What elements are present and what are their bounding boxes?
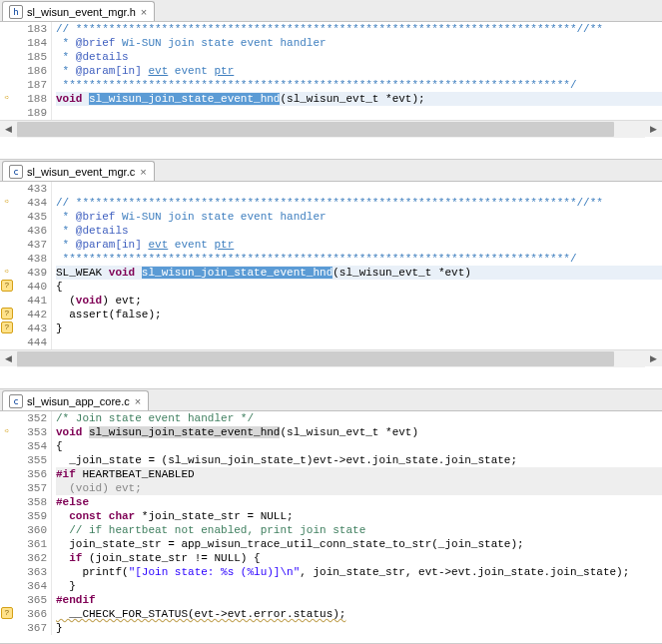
scroll-right-icon[interactable]: ▶ — [645, 350, 662, 367]
code-line[interactable]: /* Join state event handler */ — [56, 411, 662, 425]
code-line[interactable]: * @brief Wi-SUN join state event handler — [56, 36, 662, 50]
nav-arrow-icon: ➪ — [1, 196, 13, 208]
marker-gutter: ➪? — [0, 411, 14, 635]
line-number: 360 — [14, 523, 47, 537]
code-line[interactable]: SL_WEAK void sl_wisun_join_state_event_h… — [56, 266, 662, 280]
c-file-icon: c — [9, 165, 23, 179]
line-number: 435 — [14, 210, 47, 224]
editor-tab[interactable]: h sl_wisun_event_mgr.h × — [2, 1, 155, 21]
line-number: 358 — [14, 495, 47, 509]
scroll-left-icon[interactable]: ◀ — [0, 121, 17, 138]
code-line[interactable]: const char *join_state_str = NULL; — [56, 509, 662, 523]
code-line[interactable]: printf("[Join state: %s (%lu)]\n", join_… — [56, 565, 662, 579]
code-line[interactable]: __CHECK_FOR_STATUS(evt->evt.error.status… — [56, 607, 662, 621]
code-content[interactable]: // *************************************… — [52, 22, 662, 120]
horizontal-scrollbar[interactable]: ◀ ▶ — [0, 120, 662, 137]
code-line[interactable]: } — [56, 322, 662, 335]
code-line[interactable]: { — [56, 280, 662, 294]
line-number: 356 — [14, 467, 47, 481]
line-number: 437 — [14, 238, 47, 252]
scroll-thumb[interactable] — [17, 351, 614, 366]
code-line[interactable]: // *************************************… — [56, 196, 662, 210]
line-number: 366 — [14, 607, 47, 621]
code-line[interactable]: _join_state = (sl_wisun_join_state_t)evt… — [56, 453, 662, 467]
editor-pane-1: h sl_wisun_event_mgr.h × ➪ 1831841851861… — [0, 0, 662, 160]
code-line[interactable]: (void) evt; — [56, 481, 662, 495]
line-number: 443 — [14, 322, 47, 335]
code-line[interactable]: join_state_str = app_wisun_trace_util_co… — [56, 537, 662, 551]
warning-icon: ? — [1, 607, 13, 619]
line-number: 186 — [14, 64, 47, 78]
code-line[interactable]: } — [56, 579, 662, 593]
code-line[interactable]: #if HEARTBEAT_ENABLED — [56, 467, 662, 481]
line-gutter: 433434435436437438439440441442443444 — [14, 182, 52, 349]
line-number: 184 — [14, 36, 47, 50]
code-line[interactable]: void sl_wisun_join_state_event_hnd(sl_wi… — [56, 92, 662, 106]
nav-arrow-icon: ➪ — [1, 92, 13, 104]
code-line[interactable]: { — [56, 439, 662, 453]
line-number: 442 — [14, 308, 47, 322]
code-line[interactable]: } — [56, 621, 662, 635]
line-number: 438 — [14, 252, 47, 266]
c-file-icon: c — [9, 394, 23, 408]
line-number: 433 — [14, 182, 47, 196]
scroll-track[interactable] — [17, 121, 645, 138]
line-number: 353 — [14, 425, 47, 439]
close-icon[interactable]: × — [134, 395, 142, 407]
close-icon[interactable]: × — [140, 6, 148, 18]
code-area[interactable]: ➪ 183184185186187188189 // *************… — [0, 22, 662, 120]
line-number: 440 — [14, 280, 47, 294]
code-line[interactable]: void sl_wisun_join_state_event_hnd(sl_wi… — [56, 425, 662, 439]
tab-label: sl_wisun_app_core.c — [27, 395, 130, 407]
code-content[interactable]: /* Join state event handler */void sl_wi… — [52, 411, 662, 635]
scroll-thumb[interactable] — [17, 122, 614, 137]
editor-tab[interactable]: c sl_wisun_app_core.c × — [2, 390, 149, 410]
editor-tab[interactable]: c sl_wisun_event_mgr.c × — [2, 161, 155, 181]
line-number: 439 — [14, 266, 47, 280]
line-number: 367 — [14, 621, 47, 635]
line-number: 444 — [14, 335, 47, 349]
code-line[interactable]: assert(false); — [56, 308, 662, 322]
code-line[interactable]: #endif — [56, 593, 662, 607]
line-number: 354 — [14, 439, 47, 453]
line-number: 365 — [14, 593, 47, 607]
code-line[interactable]: ****************************************… — [56, 252, 662, 266]
marker-gutter: ➪➪??? — [0, 182, 14, 349]
code-line[interactable]: * @details — [56, 224, 662, 238]
horizontal-scrollbar[interactable]: ◀ ▶ — [0, 349, 662, 366]
line-number: 183 — [14, 22, 47, 36]
code-line[interactable]: * @param[in] evt event ptr — [56, 64, 662, 78]
code-line[interactable]: (void) evt; — [56, 294, 662, 308]
code-area[interactable]: ➪➪??? 4334344354364374384394404414424434… — [0, 182, 662, 349]
code-area[interactable]: ➪? 3523533543553563573583593603613623633… — [0, 411, 662, 635]
line-number: 187 — [14, 78, 47, 92]
tab-bar: c sl_wisun_event_mgr.c × — [0, 160, 662, 182]
code-line[interactable]: if (join_state_str != NULL) { — [56, 551, 662, 565]
code-line[interactable]: ****************************************… — [56, 78, 662, 92]
line-number: 359 — [14, 509, 47, 523]
editor-pane-3: c sl_wisun_app_core.c × ➪? 3523533543553… — [0, 389, 662, 644]
code-line[interactable] — [56, 182, 662, 196]
code-line[interactable] — [56, 335, 662, 349]
code-line[interactable]: // if heartbeat not enabled, print join … — [56, 523, 662, 537]
tab-bar: c sl_wisun_app_core.c × — [0, 389, 662, 411]
close-icon[interactable]: × — [139, 166, 147, 178]
warning-icon: ? — [1, 308, 13, 320]
warning-icon: ? — [1, 322, 13, 333]
code-line[interactable]: * @param[in] evt event ptr — [56, 238, 662, 252]
code-line[interactable]: * @brief Wi-SUN join state event handler — [56, 210, 662, 224]
scroll-track[interactable] — [17, 350, 645, 367]
code-content[interactable]: // *************************************… — [52, 182, 662, 349]
line-gutter: 3523533543553563573583593603613623633643… — [14, 411, 52, 635]
line-number: 364 — [14, 579, 47, 593]
code-line[interactable]: * @details — [56, 50, 662, 64]
line-number: 355 — [14, 453, 47, 467]
scroll-right-icon[interactable]: ▶ — [645, 121, 662, 138]
code-line[interactable]: #else — [56, 495, 662, 509]
scroll-left-icon[interactable]: ◀ — [0, 350, 17, 367]
tab-label: sl_wisun_event_mgr.c — [27, 166, 135, 178]
code-line[interactable]: // *************************************… — [56, 22, 662, 36]
line-number: 185 — [14, 50, 47, 64]
code-line[interactable] — [56, 106, 662, 120]
warning-icon: ? — [1, 280, 13, 292]
